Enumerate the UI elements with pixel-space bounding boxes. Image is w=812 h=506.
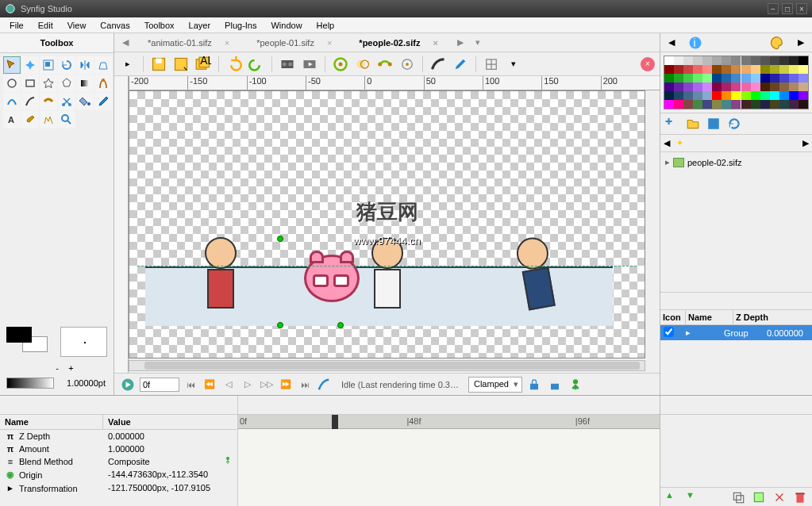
palette-color[interactable] <box>779 82 789 91</box>
tab-close-icon[interactable]: × <box>225 38 229 48</box>
palette-color[interactable] <box>664 82 674 91</box>
palette-color[interactable] <box>779 65 789 74</box>
palette-color[interactable] <box>760 74 770 82</box>
info-tab-icon[interactable]: i <box>687 35 703 51</box>
timeline-ruler[interactable]: 0f |48f |96f <box>238 415 660 429</box>
palette-color[interactable] <box>731 56 741 65</box>
menu-window[interactable]: Window <box>264 19 308 32</box>
palette-color[interactable] <box>760 100 770 109</box>
palette-color[interactable] <box>751 74 760 82</box>
palette-color[interactable] <box>664 100 674 109</box>
param-row-transform[interactable]: ▸Transformation-121.750000px, -107.9105 <box>0 481 237 495</box>
palette-color[interactable] <box>751 56 760 65</box>
transform-tool[interactable] <box>3 56 21 74</box>
palette-color[interactable] <box>789 82 799 91</box>
palette-color[interactable] <box>702 91 712 100</box>
palette-color[interactable] <box>712 91 722 100</box>
palette-color[interactable] <box>770 56 779 65</box>
expand-icon[interactable]: ▸ <box>665 157 670 167</box>
gradient-tool[interactable] <box>76 75 94 92</box>
palette-color[interactable] <box>722 91 731 100</box>
palette-color[interactable] <box>722 82 731 91</box>
plant-tool[interactable] <box>94 75 112 92</box>
canvas-hscrollbar[interactable] <box>129 360 645 371</box>
foreground-color[interactable] <box>6 327 32 343</box>
tab-menu-button[interactable]: ▾ <box>470 35 486 51</box>
palette-color[interactable] <box>712 82 722 91</box>
palette-color[interactable] <box>702 100 712 109</box>
play-button[interactable]: ▷ <box>240 378 256 392</box>
palette-color[interactable] <box>760 91 770 100</box>
scale-tool[interactable] <box>40 56 57 74</box>
palette-color[interactable] <box>789 100 799 109</box>
palette-color[interactable] <box>751 91 760 100</box>
draw-tool[interactable] <box>21 93 39 110</box>
tab-prev-button[interactable]: ◀ <box>117 35 133 51</box>
palette-color[interactable] <box>702 56 712 65</box>
onion-skin-button[interactable] <box>332 56 349 73</box>
tab-people-01[interactable]: *people-01.sifz× <box>244 36 344 50</box>
animate-mode-button[interactable] <box>119 376 137 393</box>
param-row-blend[interactable]: ≡Blend MethodComposite <box>0 455 237 468</box>
palette-color[interactable] <box>722 56 731 65</box>
palette-color[interactable] <box>683 56 693 65</box>
snap-grid-button[interactable] <box>452 56 469 73</box>
palette-color[interactable] <box>683 82 693 91</box>
palette-color[interactable] <box>789 65 799 74</box>
menu-button[interactable]: ▸ <box>119 56 137 73</box>
palette-color[interactable] <box>693 74 702 82</box>
prev-frame-button[interactable]: ◁ <box>221 378 237 392</box>
circle-tool[interactable] <box>3 75 21 92</box>
palette-color[interactable] <box>722 74 731 82</box>
seek-end-button[interactable]: ⏭ <box>297 378 313 392</box>
layer-visible-checkbox[interactable] <box>664 327 674 337</box>
brush-tool[interactable] <box>21 111 39 128</box>
palette-color[interactable] <box>770 65 779 74</box>
palette-color[interactable] <box>683 91 693 100</box>
layers-fwd-button[interactable]: ▶ <box>802 138 809 148</box>
palette-color[interactable] <box>664 74 674 82</box>
layer-cut-button[interactable] <box>772 490 787 504</box>
palette-color[interactable] <box>693 56 702 65</box>
palette-color[interactable] <box>731 82 741 91</box>
nav-back-button[interactable]: ◀ <box>664 35 679 51</box>
layer-group-button[interactable] <box>752 490 766 504</box>
palette-color[interactable] <box>799 56 808 65</box>
layer-duplicate-button[interactable] <box>731 490 745 504</box>
render-button[interactable] <box>279 56 296 73</box>
palette-color[interactable] <box>799 100 808 109</box>
close-document-button[interactable]: × <box>641 57 655 71</box>
layer-row-group[interactable]: ▸ Group 0.000000 <box>660 325 812 340</box>
palette-color[interactable] <box>789 74 799 82</box>
palette-color[interactable] <box>770 74 779 82</box>
cutout-tool[interactable] <box>58 93 75 110</box>
param-row-zdepth[interactable]: πZ Depth0.000000 <box>0 430 237 443</box>
palette-color[interactable] <box>702 65 712 74</box>
layers-back-button[interactable]: ◀ <box>664 138 670 148</box>
tab-close-icon[interactable]: × <box>327 38 332 48</box>
color-swatches[interactable] <box>6 327 54 358</box>
layer-delete-button[interactable] <box>793 490 807 504</box>
close-window-button[interactable]: × <box>796 3 807 14</box>
maximize-button[interactable]: □ <box>782 3 793 14</box>
keyframe-lock-future-button[interactable] <box>546 376 564 393</box>
palette-color[interactable] <box>779 74 789 82</box>
palette-color[interactable] <box>799 74 808 82</box>
palette-color[interactable] <box>741 65 751 74</box>
sketch-tool[interactable] <box>40 111 57 128</box>
palette-color[interactable] <box>799 91 808 100</box>
palette-color[interactable] <box>760 56 770 65</box>
palette-color[interactable] <box>779 56 789 65</box>
seek-start-button[interactable]: ⏮ <box>183 378 198 392</box>
animate-toggle-button[interactable] <box>567 376 584 393</box>
palette-default-button[interactable] <box>727 117 741 131</box>
palette-color[interactable] <box>751 65 760 74</box>
grid-options-button[interactable] <box>483 56 500 73</box>
tab-next-button[interactable]: ▶ <box>452 35 468 51</box>
save-button[interactable] <box>150 56 167 73</box>
palette-color[interactable] <box>741 100 751 109</box>
next-frame-button[interactable]: ▷▷ <box>259 378 275 392</box>
current-frame-input[interactable] <box>140 378 179 392</box>
palette-color[interactable] <box>741 56 751 65</box>
palette-color[interactable] <box>683 100 693 109</box>
